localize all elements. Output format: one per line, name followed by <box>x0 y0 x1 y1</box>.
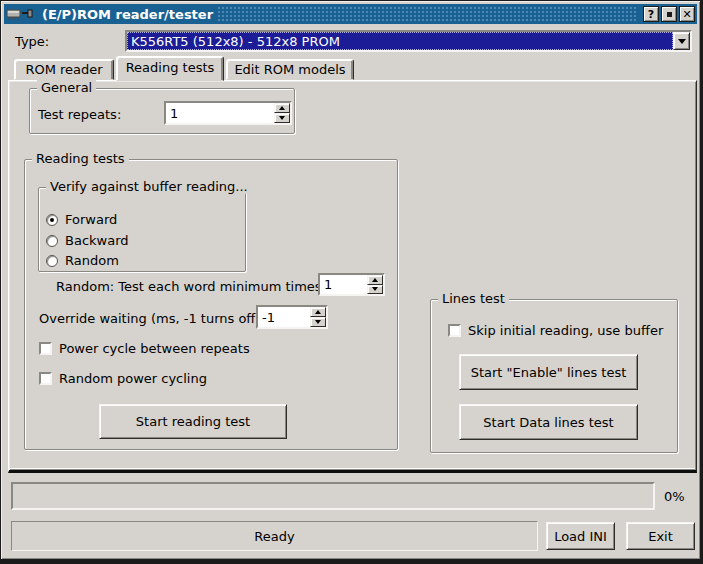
radio-icon <box>46 235 58 247</box>
checkbox-label: Random power cycling <box>59 371 207 386</box>
start-data-lines-test-button[interactable]: Start Data lines test <box>459 404 638 440</box>
override-waiting-label: Override waiting (ms, -1 turns off): <box>39 311 265 326</box>
spin-up-button[interactable] <box>274 103 290 113</box>
test-repeats-value[interactable]: 1 <box>166 103 274 123</box>
rom-type-combobox[interactable]: K556RT5 (512x8) - 512x8 PROM <box>125 30 692 52</box>
exit-button[interactable]: Exit <box>626 522 695 550</box>
radio-backward[interactable]: Backward <box>46 233 129 248</box>
tab-label: Reading tests <box>126 60 215 75</box>
window-title: (E/P)ROM reader/tester <box>38 7 213 22</box>
help-icon: ? <box>648 9 654 20</box>
checkbox-icon <box>448 324 461 337</box>
spin-down-button[interactable] <box>310 317 326 327</box>
start-reading-test-button[interactable]: Start reading test <box>99 404 287 439</box>
tab-rom-reader[interactable]: ROM reader <box>14 59 114 80</box>
rom-type-selected-value: K556RT5 (512x8) - 512x8 PROM <box>127 32 673 50</box>
arrow-down-icon <box>279 116 285 120</box>
close-button[interactable]: ✕ <box>679 6 695 22</box>
override-waiting-value[interactable]: -1 <box>258 307 310 327</box>
spin-up-button[interactable] <box>367 275 383 285</box>
arrow-up-icon <box>372 278 378 282</box>
radio-icon <box>46 214 58 226</box>
arrow-up-icon <box>315 310 321 314</box>
titlebar[interactable]: (E/P)ROM reader/tester ? ✕ <box>4 4 697 24</box>
arrow-down-icon <box>372 287 378 291</box>
verify-group-title: Verify against buffer reading... <box>46 179 252 194</box>
tab-label: Edit ROM models <box>234 62 345 77</box>
checkbox-label: Power cycle between repeats <box>59 341 250 356</box>
test-repeats-label: Test repeats: <box>38 107 121 122</box>
status-text: Ready <box>254 529 294 544</box>
checkbox-icon <box>39 372 52 385</box>
arrow-up-icon <box>279 106 285 110</box>
lines-test-group-title: Lines test <box>438 291 509 306</box>
general-group-title: General <box>37 80 96 95</box>
tab-label: ROM reader <box>25 62 102 77</box>
shade-button[interactable] <box>661 6 677 22</box>
titlebar-pattern <box>217 6 637 22</box>
progress-bar <box>11 482 655 510</box>
shade-icon <box>667 12 672 17</box>
app-window: (E/P)ROM reader/tester ? ✕ Type: K556RT5… <box>0 0 703 564</box>
checkbox-power-cycle[interactable]: Power cycle between repeats <box>39 341 250 356</box>
radio-label: Backward <box>65 233 129 248</box>
checkbox-random-power[interactable]: Random power cycling <box>39 371 207 386</box>
button-label: Load INI <box>554 529 607 544</box>
app-chip-icon <box>6 7 36 21</box>
test-repeats-spinedit[interactable]: 1 <box>164 101 292 125</box>
progress-percent-label: 0% <box>664 489 685 504</box>
random-min-value[interactable]: 1 <box>320 275 367 294</box>
status-panel: Ready <box>11 521 538 551</box>
load-ini-button[interactable]: Load INI <box>546 522 615 550</box>
button-label: Start "Enable" lines test <box>471 365 627 380</box>
radio-random[interactable]: Random <box>46 253 119 268</box>
reading-tests-group-title: Reading tests <box>32 151 129 166</box>
checkbox-label: Skip initial reading, use buffer <box>468 323 663 338</box>
button-label: Start Data lines test <box>483 415 613 430</box>
chevron-down-icon <box>678 39 686 44</box>
override-waiting-spinedit[interactable]: -1 <box>256 305 328 329</box>
close-icon: ✕ <box>682 9 691 20</box>
combobox-dropdown-button[interactable] <box>673 32 690 50</box>
checkbox-skip-initial-reading[interactable]: Skip initial reading, use buffer <box>448 323 663 338</box>
start-enable-lines-test-button[interactable]: Start "Enable" lines test <box>459 354 638 390</box>
random-min-label: Random: Test each word minimum times: <box>56 279 326 294</box>
tab-edit-rom-models[interactable]: Edit ROM models <box>226 59 354 80</box>
type-label: Type: <box>15 34 49 49</box>
random-min-spinedit[interactable]: 1 <box>318 273 385 296</box>
radio-forward[interactable]: Forward <box>46 212 117 227</box>
radio-label: Forward <box>65 212 117 227</box>
spin-up-button[interactable] <box>310 307 326 317</box>
tab-reading-tests[interactable]: Reading tests <box>116 56 224 81</box>
arrow-down-icon <box>315 320 321 324</box>
checkbox-icon <box>39 342 52 355</box>
button-label: Start reading test <box>136 414 250 429</box>
radio-label: Random <box>65 253 119 268</box>
spin-down-button[interactable] <box>274 113 290 123</box>
help-button[interactable]: ? <box>643 6 659 22</box>
button-label: Exit <box>648 529 673 544</box>
spin-down-button[interactable] <box>367 285 383 295</box>
radio-icon <box>46 255 58 267</box>
